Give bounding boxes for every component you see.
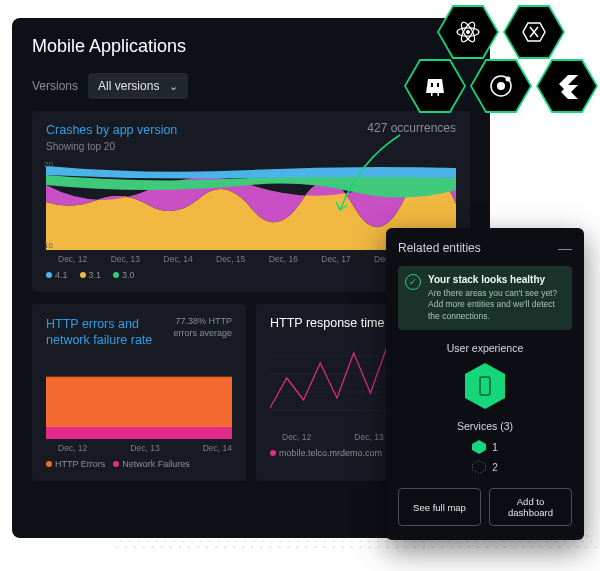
cordova-icon (406, 61, 464, 111)
arrow-icon (330, 130, 410, 220)
svg-rect-16 (437, 83, 439, 87)
service-active-row[interactable]: 1 (398, 440, 572, 454)
health-text: Are there areas you can't see yet? Add m… (428, 288, 564, 322)
health-status-box: ✓ Your stack looks healthy Are there are… (398, 266, 572, 330)
react-icon (439, 7, 497, 57)
svg-rect-0 (46, 377, 232, 427)
versions-select[interactable]: All versions ⌄ (88, 73, 188, 99)
check-circle-icon: ✓ (405, 274, 421, 290)
page-title: Mobile Applications (32, 36, 470, 57)
versions-selected-value: All versions (98, 79, 159, 93)
service-inactive-row[interactable]: 2 (398, 460, 572, 474)
svg-rect-15 (431, 83, 433, 87)
svg-point-21 (506, 77, 511, 82)
http-errors-title[interactable]: HTTP errors and network failure rate (46, 316, 156, 349)
legend-dot-icon (113, 461, 119, 467)
collapse-icon[interactable]: — (558, 240, 572, 256)
http-errors-panel: HTTP errors and network failure rate 77.… (32, 304, 246, 481)
legend-dot-icon (80, 272, 86, 278)
legend-dot-icon (46, 272, 52, 278)
legend-dot-icon (46, 461, 52, 467)
xamarin-icon (505, 7, 563, 57)
http-legend: HTTP Errors Network Failures (46, 459, 232, 469)
svg-point-20 (497, 82, 505, 90)
entities-title: Related entities (398, 241, 481, 255)
http-errors-chart (46, 361, 232, 439)
legend-dot-icon (270, 450, 276, 456)
svg-point-10 (466, 30, 470, 34)
flutter-icon (538, 61, 596, 111)
legend-dot-icon (113, 272, 119, 278)
chevron-down-icon: ⌄ (169, 80, 178, 93)
user-experience-hex[interactable] (398, 362, 572, 410)
ionic-icon (472, 61, 530, 111)
add-to-dashboard-button[interactable]: Add to dashboard (489, 488, 572, 526)
svg-rect-17 (431, 93, 433, 96)
services-label: Services (3) (398, 420, 572, 432)
health-title: Your stack looks healthy (428, 274, 564, 285)
svg-marker-8 (472, 440, 486, 454)
see-full-map-button[interactable]: See full map (398, 488, 481, 526)
svg-rect-18 (438, 93, 440, 96)
svg-rect-1 (46, 427, 232, 439)
svg-marker-6 (465, 363, 505, 409)
versions-label: Versions (32, 79, 78, 93)
related-entities-panel: Related entities — ✓ Your stack looks he… (386, 228, 584, 540)
svg-marker-9 (473, 461, 486, 474)
http-avg-label: errors average (173, 328, 232, 340)
http-avg-pct: 77.38% HTTP (173, 316, 232, 328)
http-x-axis: Dec, 12 Dec, 13 Dec, 14 (46, 443, 232, 453)
user-experience-label: User experience (398, 342, 572, 354)
